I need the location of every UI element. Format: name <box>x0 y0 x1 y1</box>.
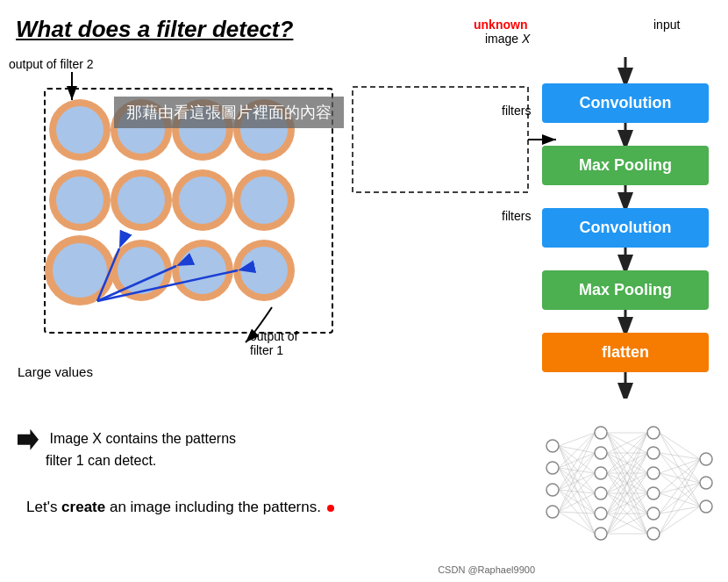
red-dot <box>327 505 334 512</box>
svg-point-35 <box>700 500 712 513</box>
svg-point-25 <box>595 507 607 520</box>
max-pooling-box-2: Max Pooling <box>542 270 709 310</box>
svg-point-30 <box>647 487 660 499</box>
input-label: input <box>653 18 680 32</box>
svg-line-43 <box>559 453 595 468</box>
arrow-2 <box>612 185 639 208</box>
arrow-1 <box>612 123 639 146</box>
circle-2-3 <box>172 169 233 231</box>
svg-point-19 <box>546 484 559 496</box>
svg-point-32 <box>647 528 660 540</box>
convolution-box-2: Convolution <box>542 208 709 248</box>
svg-line-108 <box>660 459 700 514</box>
svg-rect-7 <box>353 87 528 192</box>
create-line: Let's create an image including the patt… <box>26 499 334 516</box>
circle-2-2 <box>111 169 172 231</box>
svg-point-22 <box>595 447 607 459</box>
svg-line-97 <box>660 433 700 483</box>
svg-line-42 <box>559 433 595 468</box>
unknown-label: unknown <box>474 18 527 32</box>
arrow-right-icon <box>18 429 39 450</box>
max-pooling-box-1: Max Pooling <box>542 146 709 185</box>
image-x-label: image X <box>485 32 530 46</box>
svg-line-99 <box>660 453 700 459</box>
svg-line-53 <box>559 490 595 534</box>
arrow-3 <box>612 248 639 270</box>
chinese-banner: 那藉由看這張圖片裡面的內容 <box>114 97 344 128</box>
svg-point-21 <box>595 427 607 439</box>
svg-point-17 <box>546 440 559 452</box>
main-title: What does a filter detect? <box>16 16 293 43</box>
svg-line-49 <box>559 453 595 490</box>
svg-line-111 <box>660 459 700 534</box>
svg-line-112 <box>660 483 700 534</box>
svg-line-47 <box>559 468 595 534</box>
svg-line-41 <box>559 446 595 534</box>
text-block: Image X contains the patterns filter 1 c… <box>18 428 236 471</box>
circle-2-4 <box>233 169 295 231</box>
svg-line-39 <box>559 446 595 493</box>
circle-2-1 <box>49 169 111 231</box>
svg-point-24 <box>595 487 607 499</box>
svg-line-37 <box>559 446 595 453</box>
neural-net-diagram <box>535 420 719 564</box>
filters1-label: filters <box>502 104 531 118</box>
svg-line-59 <box>559 512 595 534</box>
svg-point-23 <box>595 467 607 479</box>
svg-line-46 <box>559 468 595 514</box>
svg-point-20 <box>546 506 559 518</box>
svg-point-31 <box>647 507 660 520</box>
filters2-label: filters <box>502 209 531 223</box>
flatten-box: flatten <box>542 333 709 372</box>
svg-line-36 <box>559 433 595 446</box>
circle-1-1 <box>49 99 111 161</box>
top-arrow <box>612 57 639 83</box>
convolution-box-1: Convolution <box>542 83 709 123</box>
arrow-5 <box>612 372 639 399</box>
svg-line-52 <box>559 490 595 514</box>
svg-line-110 <box>660 507 700 514</box>
svg-point-27 <box>647 427 660 439</box>
large-values-label: Large values <box>18 364 93 379</box>
svg-point-28 <box>647 447 660 459</box>
svg-point-18 <box>546 462 559 474</box>
svg-line-56 <box>559 473 595 512</box>
svg-point-34 <box>700 477 712 489</box>
svg-line-96 <box>660 433 700 459</box>
svg-point-33 <box>700 453 712 465</box>
arrow-4 <box>612 310 639 333</box>
svg-line-113 <box>660 507 700 534</box>
filters-dashed-line <box>351 85 561 199</box>
watermark: CSDN @Raphael9900 <box>438 564 535 575</box>
svg-point-29 <box>647 467 660 479</box>
svg-point-26 <box>595 528 607 540</box>
text-line1: Image X contains the patterns <box>49 431 236 446</box>
svg-line-40 <box>559 446 595 514</box>
filter1-arrow <box>44 255 307 360</box>
text-line2: filter 1 can detect. <box>46 453 156 468</box>
cnn-flow: Convolution Max Pooling Convolution Max … <box>542 57 709 399</box>
